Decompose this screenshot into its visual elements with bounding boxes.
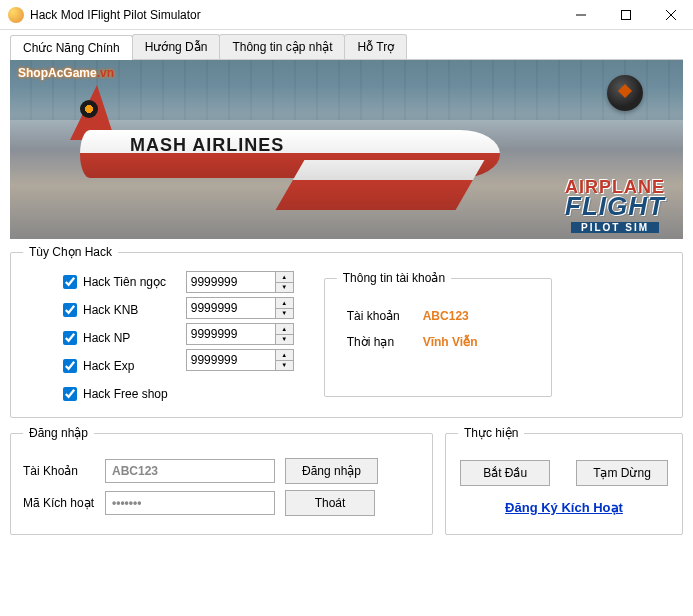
login-button[interactable]: Đăng nhập [285, 458, 378, 484]
spin-up-icon[interactable]: ▲ [276, 298, 293, 309]
start-button[interactable]: Bắt Đầu [460, 460, 550, 486]
login-code-input[interactable] [105, 491, 275, 515]
tab-updates[interactable]: Thông tin cập nhật [219, 34, 345, 59]
spin-down-icon[interactable]: ▼ [276, 335, 293, 345]
hack-legend: Tùy Chọn Hack [23, 245, 118, 259]
titlebar: Hack Mod IFlight Pilot Simulator [0, 0, 693, 30]
account-info-group: Thông tin tài khoản Tài khoảnABC123 Thời… [324, 271, 552, 397]
login-user-label: Tài Khoản [23, 464, 95, 478]
account-legend: Thông tin tài khoản [337, 271, 451, 285]
badge-icon [607, 75, 643, 111]
spinner-knb: ▲▼ [186, 297, 294, 319]
login-group: Đăng nhập Tài Khoản Đăng nhập Mã Kích ho… [10, 426, 433, 535]
spinner-exp: ▲▼ [186, 349, 294, 371]
spinner-tien-ngoc: ▲▼ [186, 271, 294, 293]
exit-button[interactable]: Thoát [285, 490, 375, 516]
tab-guide[interactable]: Hướng Dẫn [132, 34, 221, 59]
account-expiry-value: Vĩnh Viễn [423, 335, 478, 349]
login-code-label: Mã Kích hoạt [23, 496, 95, 510]
spin-down-icon[interactable]: ▼ [276, 309, 293, 319]
execute-group: Thực hiện Bắt Đầu Tạm Dừng Đăng Ký Kích … [445, 426, 683, 535]
close-button[interactable] [648, 0, 693, 29]
spin-up-icon[interactable]: ▲ [276, 324, 293, 335]
check-hack-exp[interactable]: Hack Exp [63, 355, 168, 377]
spin-down-icon[interactable]: ▼ [276, 283, 293, 293]
check-hack-tien-ngoc[interactable]: Hack Tiên ngọc [63, 271, 168, 293]
pause-button[interactable]: Tạm Dừng [576, 460, 668, 486]
spin-up-icon[interactable]: ▲ [276, 350, 293, 361]
window-title: Hack Mod IFlight Pilot Simulator [30, 8, 558, 22]
app-icon [8, 7, 24, 23]
account-expiry-label: Thời hạn [347, 335, 409, 349]
input-tien-ngoc[interactable] [187, 272, 275, 292]
account-user-label: Tài khoản [347, 309, 409, 323]
account-user-value: ABC123 [423, 309, 469, 323]
login-user-input[interactable] [105, 459, 275, 483]
tab-bar: Chức Năng Chính Hướng Dẫn Thông tin cập … [10, 34, 683, 60]
login-legend: Đăng nhập [23, 426, 94, 440]
banner-image: ShopAcGame.vn MASH AIRLINES AIRPLANE FLI… [10, 60, 683, 239]
watermark: ShopAcGame.vn [18, 66, 114, 80]
execute-legend: Thực hiện [458, 426, 524, 440]
maximize-button[interactable] [603, 0, 648, 29]
check-hack-free-shop[interactable]: Hack Free shop [63, 383, 168, 405]
tab-support[interactable]: Hỗ Trợ [344, 34, 407, 59]
spin-up-icon[interactable]: ▲ [276, 272, 293, 283]
check-hack-knb[interactable]: Hack KNB [63, 299, 168, 321]
input-knb[interactable] [187, 298, 275, 318]
input-exp[interactable] [187, 350, 275, 370]
minimize-button[interactable] [558, 0, 603, 29]
tab-main[interactable]: Chức Năng Chính [10, 35, 133, 60]
spin-down-icon[interactable]: ▼ [276, 361, 293, 371]
input-np[interactable] [187, 324, 275, 344]
check-hack-np[interactable]: Hack NP [63, 327, 168, 349]
hack-options-group: Tùy Chọn Hack Hack Tiên ngọc Hack KNB Ha… [10, 245, 683, 418]
game-logo: AIRPLANE FLIGHT PILOT SIM [565, 179, 665, 233]
spinner-np: ▲▼ [186, 323, 294, 345]
register-activation-link[interactable]: Đăng Ký Kích Hoạt [505, 500, 623, 515]
svg-rect-1 [621, 10, 630, 19]
window-controls [558, 0, 693, 29]
plane-name: MASH AIRLINES [130, 135, 284, 156]
